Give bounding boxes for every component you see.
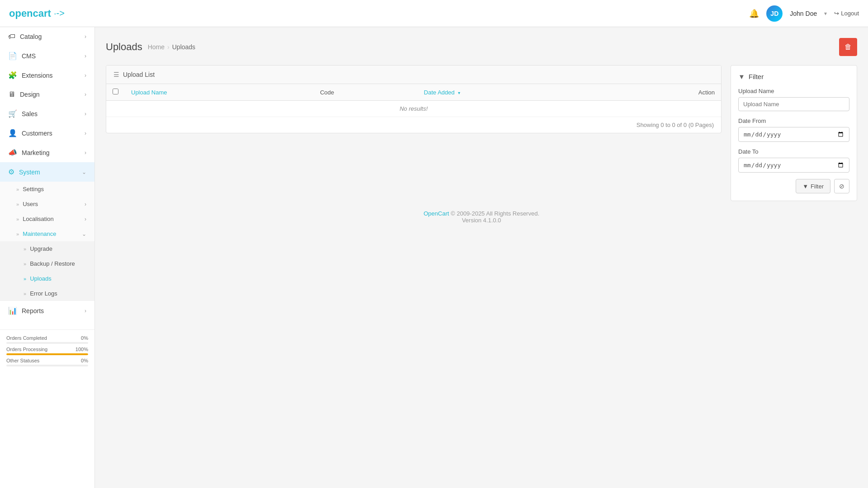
sidebar-label-catalog: Catalog [20,33,42,40]
filter-upload-name-label: Upload Name [738,88,849,94]
col-date-added[interactable]: Date Added ▾ [418,84,609,101]
desktop-icon: 🖥 [8,90,15,99]
layout: 🏷 Catalog › 📄 CMS › 🧩 Extensions › 🖥 [0,27,868,488]
double-chevron-icon: » [24,246,26,252]
file-icon: 📄 [8,52,17,60]
double-chevron-icon: » [16,231,19,237]
col-code-label: Code [320,89,334,96]
stat-label-processing: Orders Processing [6,347,47,352]
col-code: Code [314,84,418,101]
showing-text: Showing 0 to 0 of 0 (0 Pages) [106,117,721,133]
filter-upload-name-input[interactable] [738,97,849,111]
double-chevron-icon: » [24,276,26,282]
puzzle-icon: 🧩 [8,71,17,80]
notification-bell-icon[interactable]: 🔔 [749,9,759,19]
sidebar-stats: Orders Completed 0% Orders Processing 10… [0,329,94,375]
sidebar-item-catalog[interactable]: 🏷 Catalog › [0,27,94,46]
sidebar-label-design: Design [20,91,40,98]
select-all-checkbox[interactable] [113,89,118,94]
footer-brand-link[interactable]: OpenCart [424,210,449,217]
sidebar-item-marketing[interactable]: 📣 Marketing › [0,143,94,162]
filter-card: ▼ Filter Upload Name Date From Date To [731,65,857,201]
sidebar-item-settings[interactable]: » Settings [0,182,94,197]
sidebar-item-customers[interactable]: 👤 Customers › [0,123,94,143]
sidebar-item-extensions[interactable]: 🧩 Extensions › [0,66,94,85]
sidebar-item-error-logs[interactable]: » Error Logs [0,286,94,301]
uploads-table: Upload Name Code Date Added ▾ [106,84,721,117]
sidebar-item-cms[interactable]: 📄 CMS › [0,46,94,66]
sidebar-label-marketing: Marketing [22,149,49,156]
stat-value-other: 0% [81,358,88,363]
delete-button[interactable]: 🗑 [839,38,857,56]
chevron-down-icon: ⌄ [82,169,86,175]
sidebar-item-system[interactable]: ⚙ System ⌄ [0,162,94,182]
user-icon: 👤 [8,129,17,137]
main-content: Uploads Home › Uploads 🗑 ☰ Upload List [95,27,868,488]
sidebar-item-design[interactable]: 🖥 Design › [0,85,94,104]
user-name-label[interactable]: John Doe [790,10,817,17]
sidebar-label-sales: Sales [22,110,38,117]
sidebar-label-users: Users [23,201,38,207]
avatar: JD [766,5,783,22]
col-upload-name-label: Upload Name [131,89,167,96]
sort-desc-icon: ▾ [458,90,460,95]
chevron-right-icon: › [85,216,86,222]
sidebar-label-uploads: Uploads [30,275,52,282]
col-upload-name[interactable]: Upload Name [125,84,314,101]
col-action-label: Action [698,89,715,96]
sidebar-item-localisation[interactable]: » Localisation › [0,211,94,226]
sidebar-item-reports[interactable]: 📊 Reports › [0,301,94,320]
sidebar-item-users[interactable]: » Users › [0,197,94,211]
logo: opencart ·-> [9,8,65,19]
footer: OpenCart © 2009-2025 All Rights Reserved… [106,201,857,233]
filter-date-from-input[interactable] [738,127,849,142]
filter-date-from-group: Date From [738,117,849,142]
col-action: Action [609,84,721,101]
sidebar-item-sales[interactable]: 🛒 Sales › [0,104,94,123]
progress-bar-processing [6,353,88,355]
chevron-right-icon: › [85,72,86,79]
stat-orders-processing: Orders Processing 100% [6,347,88,355]
filter-panel: ▼ Filter Upload Name Date From Date To [731,65,857,201]
sidebar-label-system: System [19,169,40,176]
content-area: ☰ Upload List Upload Name [106,65,857,201]
user-dropdown-icon[interactable]: ▾ [824,10,827,17]
double-chevron-icon: » [24,291,26,296]
sidebar-item-backup-restore[interactable]: » Backup / Restore [0,256,94,271]
gear-icon: ⚙ [8,168,14,176]
tag-icon: 🏷 [8,33,15,41]
breadcrumb: Home › Uploads [148,43,195,51]
sidebar: 🏷 Catalog › 📄 CMS › 🧩 Extensions › 🖥 [0,27,95,488]
sidebar-label-customers: Customers [22,130,52,137]
footer-copyright: © 2009-2025 All Rights Reserved. [451,210,539,217]
logout-icon: ↪ [834,10,839,17]
filter-icon: ▼ [738,73,745,80]
col-date-added-label: Date Added [424,89,455,96]
sidebar-label-settings: Settings [23,186,44,192]
stat-label-other: Other Statuses [6,358,39,363]
breadcrumb-separator: › [167,43,170,51]
sidebar-label-upgrade: Upgrade [30,245,52,252]
logo-arrow: ·-> [54,8,65,19]
chevron-right-icon: › [85,33,86,40]
breadcrumb-current: Uploads [172,43,195,51]
clear-filter-button[interactable]: ⊘ [834,179,849,193]
breadcrumb-home-link[interactable]: Home [148,43,165,51]
sidebar-item-uploads[interactable]: » Uploads [0,271,94,286]
double-chevron-icon: » [16,216,19,222]
sidebar-item-upgrade[interactable]: » Upgrade [0,241,94,256]
filter-button[interactable]: ▼ Filter [796,179,830,193]
top-nav: opencart ·-> 🔔 JD John Doe ▾ ↪ Logout [0,0,868,27]
filter-actions: ▼ Filter ⊘ [738,179,849,193]
sidebar-item-maintenance[interactable]: » Maintenance ⌄ [0,226,94,241]
table-header-row: Upload Name Code Date Added ▾ [106,84,721,101]
main-panel: ☰ Upload List Upload Name [106,65,722,201]
filter-upload-name-group: Upload Name [738,88,849,111]
chevron-right-icon: › [85,201,86,207]
logout-button[interactable]: ↪ Logout [834,10,859,17]
filter-date-to-input[interactable] [738,158,849,173]
chevron-right-icon: › [85,111,86,117]
progress-bar-other [6,365,88,366]
sidebar-label-error-logs: Error Logs [30,290,57,297]
stat-label-completed: Orders Completed [6,335,47,341]
